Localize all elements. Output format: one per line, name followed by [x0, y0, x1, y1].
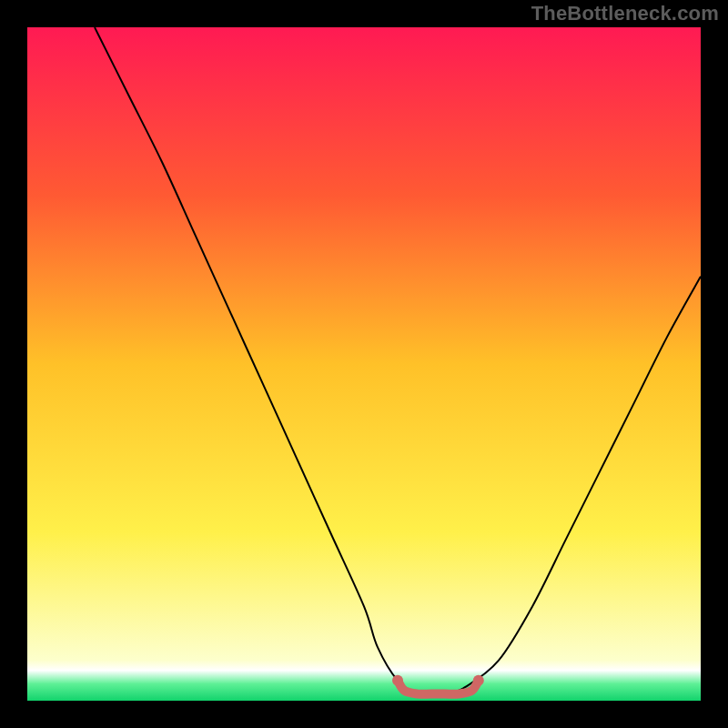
- optimal-zone-endpoint-left: [392, 675, 403, 686]
- optimal-zone-endpoint-right: [473, 675, 484, 686]
- chart-frame: TheBottleneck.com: [0, 0, 728, 728]
- plot-area: [27, 27, 701, 701]
- watermark-text: TheBottleneck.com: [531, 2, 719, 25]
- plot-svg: [27, 27, 701, 701]
- gradient-background: [27, 27, 701, 701]
